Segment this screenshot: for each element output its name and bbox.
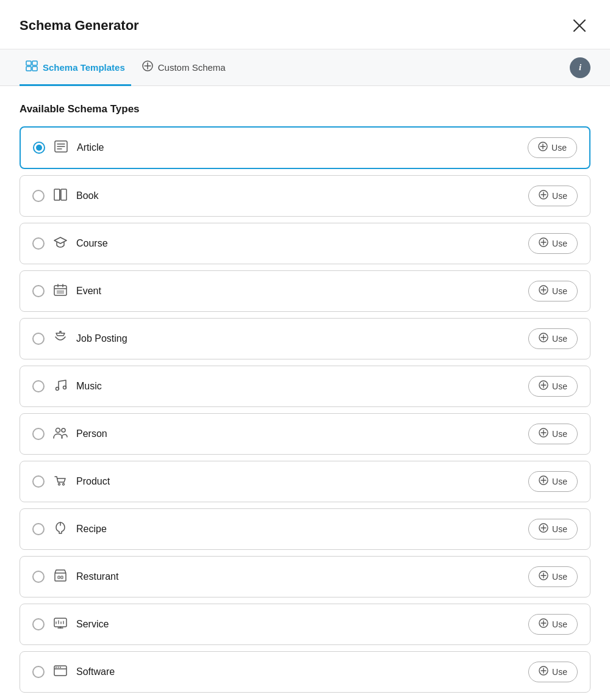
use-button-software[interactable]: Use xyxy=(528,662,578,682)
service-icon xyxy=(53,617,68,632)
svg-rect-17 xyxy=(61,189,66,200)
svg-rect-58 xyxy=(61,576,63,579)
modal-header: Schema Generator xyxy=(0,0,610,49)
schema-item-book[interactable]: Book Use xyxy=(20,175,590,217)
use-label-service: Use xyxy=(552,619,567,629)
use-label-resturant: Use xyxy=(552,572,567,582)
svg-rect-56 xyxy=(55,573,66,581)
svg-point-37 xyxy=(56,387,59,390)
svg-point-47 xyxy=(59,483,60,485)
use-label-book: Use xyxy=(552,191,567,201)
use-icon-article xyxy=(538,142,548,154)
tab-schema-templates-label: Schema Templates xyxy=(43,62,125,73)
use-button-job-posting[interactable]: Use xyxy=(528,328,578,349)
schema-label-resturant: Resturant xyxy=(76,571,118,582)
article-icon xyxy=(54,140,68,156)
svg-rect-5 xyxy=(32,67,37,71)
use-icon-service xyxy=(539,618,548,630)
person-icon xyxy=(53,427,68,442)
radio-person[interactable] xyxy=(32,428,45,440)
schema-item-product[interactable]: Product Use xyxy=(20,461,590,502)
svg-rect-16 xyxy=(54,189,60,200)
svg-point-75 xyxy=(58,666,59,668)
schema-item-course[interactable]: Course Use xyxy=(20,223,590,264)
svg-point-42 xyxy=(56,428,60,432)
use-button-course[interactable]: Use xyxy=(528,233,578,254)
svg-point-76 xyxy=(60,666,61,668)
use-icon-software xyxy=(539,666,548,678)
radio-product[interactable] xyxy=(32,475,45,488)
use-button-product[interactable]: Use xyxy=(528,471,578,492)
use-icon-job-posting xyxy=(539,333,548,345)
use-icon-product xyxy=(539,475,548,488)
schema-item-resturant[interactable]: Resturant Use xyxy=(20,556,590,597)
use-button-service[interactable]: Use xyxy=(528,614,578,635)
info-button[interactable]: i xyxy=(570,57,590,78)
schema-label-music: Music xyxy=(76,381,102,392)
use-button-article[interactable]: Use xyxy=(528,137,577,158)
use-label-event: Use xyxy=(552,286,567,296)
radio-book[interactable] xyxy=(32,190,45,202)
use-button-resturant[interactable]: Use xyxy=(528,566,578,587)
radio-job-posting[interactable] xyxy=(32,333,45,345)
radio-service[interactable] xyxy=(32,618,45,630)
svg-rect-25 xyxy=(54,286,66,295)
schema-label-product: Product xyxy=(76,476,110,487)
svg-rect-2 xyxy=(26,61,31,65)
close-button[interactable] xyxy=(569,15,590,37)
radio-article[interactable] xyxy=(33,142,45,154)
schema-label-job-posting: Job Posting xyxy=(76,333,127,344)
schema-label-book: Book xyxy=(76,190,98,201)
use-button-recipe[interactable]: Use xyxy=(528,519,578,539)
schema-item-book-left: Book xyxy=(32,189,98,204)
content-area: Available Schema Types Article xyxy=(0,86,610,700)
schema-templates-icon xyxy=(26,60,38,74)
schema-item-person[interactable]: Person Use xyxy=(20,413,590,455)
radio-event[interactable] xyxy=(32,285,45,297)
info-icon: i xyxy=(579,62,581,73)
schema-item-service[interactable]: Service Use xyxy=(20,604,590,645)
svg-point-48 xyxy=(63,483,65,485)
radio-recipe[interactable] xyxy=(32,523,45,535)
svg-point-43 xyxy=(62,428,65,432)
schema-label-recipe: Recipe xyxy=(76,524,107,535)
schema-label-event: Event xyxy=(76,286,101,297)
tab-custom-schema[interactable]: Custom Schema xyxy=(136,49,232,86)
radio-music[interactable] xyxy=(32,380,45,392)
schema-item-music[interactable]: Music Use xyxy=(20,366,590,407)
schema-label-software: Software xyxy=(76,666,115,677)
schema-item-recipe[interactable]: Recipe Use xyxy=(20,508,590,550)
schema-item-job-posting[interactable]: Job Posting Use xyxy=(20,318,590,359)
use-button-book[interactable]: Use xyxy=(528,186,578,206)
use-icon-music xyxy=(539,380,548,392)
schema-item-event[interactable]: Event Use xyxy=(20,270,590,312)
schema-item-article-left: Article xyxy=(33,140,104,156)
radio-course[interactable] xyxy=(32,237,45,250)
svg-point-74 xyxy=(56,666,57,668)
modal-title: Schema Generator xyxy=(20,18,139,34)
use-button-person[interactable]: Use xyxy=(528,424,578,444)
radio-resturant[interactable] xyxy=(32,571,45,583)
svg-rect-57 xyxy=(58,576,60,579)
book-icon xyxy=(53,189,68,204)
use-label-person: Use xyxy=(552,429,567,439)
schema-item-software[interactable]: Software Use xyxy=(20,651,590,693)
use-label-recipe: Use xyxy=(552,524,567,534)
use-button-music[interactable]: Use xyxy=(528,376,578,397)
use-label-product: Use xyxy=(552,477,567,486)
schema-label-person: Person xyxy=(76,428,107,439)
resturant-icon xyxy=(53,569,68,585)
svg-point-38 xyxy=(63,386,66,389)
software-icon xyxy=(53,665,68,680)
radio-software[interactable] xyxy=(32,666,45,678)
use-label-job-posting: Use xyxy=(552,334,567,344)
schema-item-article[interactable]: Article Use xyxy=(20,126,590,169)
tab-custom-schema-label: Custom Schema xyxy=(158,62,226,73)
section-title: Available Schema Types xyxy=(20,103,590,115)
use-button-event[interactable]: Use xyxy=(528,281,578,301)
tab-schema-templates[interactable]: Schema Templates xyxy=(20,49,131,86)
event-icon xyxy=(53,284,68,299)
use-icon-book xyxy=(539,190,548,202)
use-label-software: Use xyxy=(552,667,567,677)
use-icon-resturant xyxy=(539,571,548,583)
